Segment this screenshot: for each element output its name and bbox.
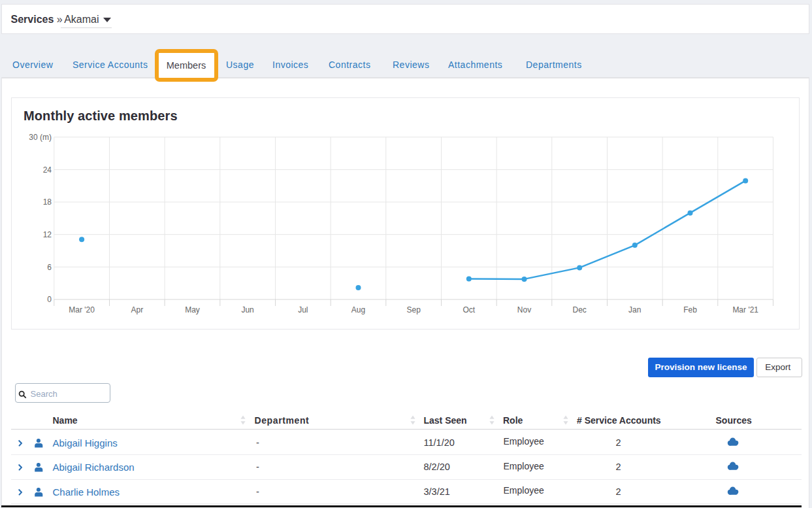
svg-text:Jul: Jul (298, 305, 308, 314)
svg-text:Aug: Aug (351, 305, 365, 314)
svg-text:Mar '21: Mar '21 (732, 305, 758, 314)
svg-text:Nov: Nov (517, 305, 531, 314)
svg-text:Oct: Oct (463, 305, 475, 314)
svg-text:18: 18 (43, 197, 52, 207)
svg-text:Apr: Apr (131, 305, 143, 314)
svg-text:12: 12 (43, 230, 52, 239)
svg-text:Dec: Dec (573, 305, 587, 314)
svg-text:30 (m): 30 (m) (29, 133, 52, 142)
svg-text:0: 0 (47, 295, 52, 304)
svg-text:Sep: Sep (407, 305, 421, 314)
svg-text:6: 6 (47, 263, 52, 272)
svg-text:Jan: Jan (628, 305, 641, 314)
svg-text:May: May (185, 305, 200, 314)
svg-text:Mar '20: Mar '20 (69, 305, 95, 314)
svg-text:Jun: Jun (241, 305, 253, 314)
svg-text:Feb: Feb (683, 305, 697, 314)
svg-text:24: 24 (43, 165, 52, 175)
